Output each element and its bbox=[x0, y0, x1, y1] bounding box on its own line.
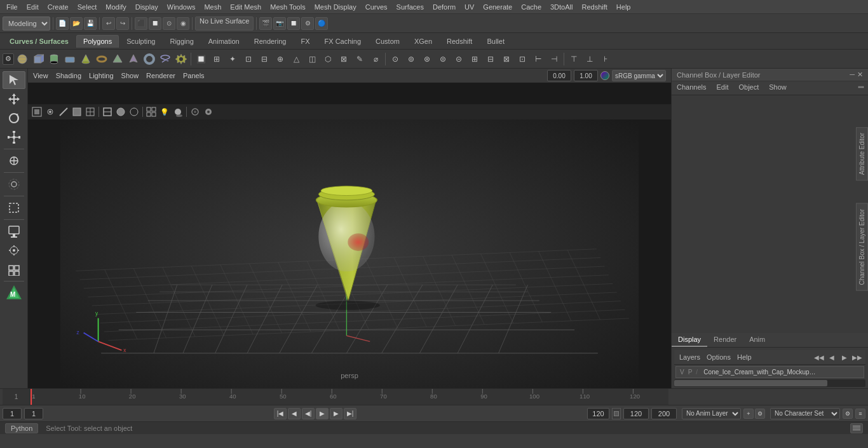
attribute-editor-tab[interactable]: Attribute Editor bbox=[856, 127, 868, 180]
tab-custom[interactable]: Custom bbox=[369, 35, 407, 48]
python-mode-tab[interactable]: Python bbox=[5, 423, 38, 433]
menu-file[interactable]: File bbox=[3, 2, 22, 12]
plane-icon[interactable] bbox=[62, 51, 78, 67]
panel-close-btn[interactable]: ✕ bbox=[857, 71, 863, 79]
tab-rigging[interactable]: Rigging bbox=[163, 35, 200, 48]
select-tool-btn[interactable] bbox=[3, 71, 25, 89]
render-icon[interactable]: 🎬 bbox=[259, 17, 272, 30]
layers-nav-fwd-icon[interactable]: ▶ bbox=[839, 351, 850, 363]
pyramid-icon[interactable] bbox=[126, 51, 141, 67]
goto-start-btn[interactable]: |◀ bbox=[274, 408, 287, 419]
menu-display[interactable]: Display bbox=[132, 2, 162, 12]
vp-select-vertex-icon[interactable] bbox=[44, 105, 57, 118]
menu-uv[interactable]: UV bbox=[461, 2, 478, 12]
panel-resize-icon[interactable] bbox=[857, 83, 865, 93]
render2-icon[interactable]: 📷 bbox=[273, 17, 286, 30]
char-set-settings-icon[interactable]: ⚙ bbox=[843, 409, 853, 419]
menu-curves[interactable]: Curves bbox=[362, 2, 391, 12]
settings-gear-icon[interactable]: ⚙ bbox=[3, 53, 14, 65]
tab-redshift[interactable]: Redshift bbox=[440, 35, 479, 48]
menu-select[interactable]: Select bbox=[74, 2, 101, 12]
mesh-op9-icon[interactable]: ⬡ bbox=[320, 51, 336, 67]
snapping-btn[interactable] bbox=[3, 241, 25, 259]
new-file-icon[interactable]: 📄 bbox=[56, 17, 69, 30]
vp-menu-renderer[interactable]: Renderer bbox=[146, 72, 175, 79]
vp-grid-icon[interactable] bbox=[145, 105, 158, 118]
render5-icon[interactable]: 🔵 bbox=[315, 17, 328, 30]
channel-box-tab[interactable]: Channel Box / Layer Editor bbox=[856, 203, 868, 291]
mesh-op1-icon[interactable]: 🔲 bbox=[193, 51, 208, 67]
menu-mesh-display[interactable]: Mesh Display bbox=[311, 2, 360, 12]
scale-tool-btn[interactable] bbox=[3, 128, 25, 146]
menu-deform[interactable]: Deform bbox=[429, 2, 459, 12]
uv4-icon[interactable]: ⊜ bbox=[435, 51, 451, 67]
mesh-op11-icon[interactable]: ✎ bbox=[352, 51, 367, 67]
menu-mesh[interactable]: Mesh bbox=[200, 2, 225, 12]
mesh-op4-icon[interactable]: ⊡ bbox=[241, 51, 256, 67]
cone-icon[interactable] bbox=[78, 51, 93, 67]
gear-poly-icon[interactable] bbox=[173, 51, 189, 67]
current-frame-input[interactable] bbox=[24, 408, 43, 419]
lasso-icon[interactable]: 🔲 bbox=[149, 17, 161, 30]
mesh-op2-icon[interactable]: ⊞ bbox=[209, 51, 224, 67]
snap3-icon[interactable]: ⊢ bbox=[531, 51, 546, 67]
vp-xray-icon[interactable] bbox=[189, 105, 201, 118]
menu-cache[interactable]: Cache bbox=[517, 2, 545, 12]
soft-select-btn[interactable] bbox=[3, 175, 25, 193]
tab-animation[interactable]: Animation bbox=[201, 35, 247, 48]
mesh-op8-icon[interactable]: ◫ bbox=[304, 51, 320, 67]
step-fwd-btn[interactable]: ▶ bbox=[330, 408, 342, 419]
render-view-icon[interactable]: ⊥ bbox=[582, 51, 597, 67]
vp-display-shaded-icon[interactable] bbox=[114, 105, 127, 118]
undo-icon[interactable]: ↩ bbox=[102, 17, 115, 30]
edit-menu[interactable]: Edit bbox=[714, 83, 731, 93]
tab-sculpting[interactable]: Sculpting bbox=[119, 35, 162, 48]
anim-layer-settings-icon[interactable]: ⚙ bbox=[755, 409, 765, 419]
character-set-dropdown[interactable]: No Character Set bbox=[770, 408, 840, 419]
cube-icon[interactable] bbox=[31, 51, 46, 67]
timeline-ruler[interactable]: 1 10 20 30 40 50 60 70 80 90 100 110 120 bbox=[31, 389, 668, 405]
play-fwd-btn[interactable]: ▶ bbox=[316, 408, 329, 419]
uv3-icon[interactable]: ⊛ bbox=[419, 51, 435, 67]
snap1-icon[interactable]: ⊠ bbox=[499, 51, 514, 67]
prism-icon[interactable] bbox=[110, 51, 125, 67]
resolution-btn[interactable] bbox=[3, 261, 25, 278]
layers-scrollbar-h[interactable] bbox=[674, 379, 865, 387]
layer-visibility[interactable]: V bbox=[680, 369, 684, 376]
marquee-select-btn[interactable] bbox=[3, 199, 25, 217]
redo-icon[interactable]: ↪ bbox=[116, 17, 129, 30]
menu-mesh-tools[interactable]: Mesh Tools bbox=[266, 2, 309, 12]
open-file-icon[interactable]: 📂 bbox=[70, 17, 83, 30]
anim-layer-add-icon[interactable]: + bbox=[743, 409, 754, 419]
layers-menu-btn[interactable]: Layers bbox=[677, 353, 703, 362]
paint-icon[interactable]: ⊙ bbox=[163, 17, 175, 30]
range-end-field[interactable] bbox=[587, 408, 609, 419]
tab-xgen[interactable]: XGen bbox=[407, 35, 439, 48]
menu-surfaces[interactable]: Surfaces bbox=[393, 2, 428, 12]
mode-dropdown[interactable]: Modeling bbox=[3, 17, 50, 31]
mesh-op3-icon[interactable]: ✦ bbox=[225, 51, 240, 67]
vp-menu-show[interactable]: Show bbox=[121, 72, 139, 79]
panel-minimize-btn[interactable]: ─ bbox=[850, 71, 855, 79]
menu-3dtoall[interactable]: 3DtoAll bbox=[546, 2, 576, 12]
vp-shadow-icon[interactable] bbox=[172, 105, 184, 118]
helix-icon[interactable] bbox=[158, 51, 173, 67]
mesh-op10-icon[interactable]: ⊠ bbox=[336, 51, 351, 67]
layer-row[interactable]: V P / Cone_Ice_Cream_with_Cap_Mockup_Pi bbox=[675, 366, 864, 378]
uv1-icon[interactable]: ⊙ bbox=[388, 51, 403, 67]
vp-select-face-icon[interactable] bbox=[71, 105, 83, 118]
tab-polygons[interactable]: Polygons bbox=[76, 35, 119, 48]
exposure-value-field[interactable]: 1.00 bbox=[574, 70, 598, 81]
layers-scrollbar-thumb[interactable] bbox=[674, 380, 827, 386]
goto-end-btn[interactable]: ▶| bbox=[344, 408, 356, 419]
mesh-op12-icon[interactable]: ⌀ bbox=[368, 51, 383, 67]
layers-help-btn[interactable]: Help bbox=[735, 353, 754, 362]
render3-icon[interactable]: 🔲 bbox=[287, 17, 300, 30]
snap2-icon[interactable]: ⊡ bbox=[515, 51, 530, 67]
tab-render[interactable]: Render bbox=[707, 333, 743, 347]
color-space-select[interactable]: sRGB gamma bbox=[612, 70, 666, 81]
torus-icon[interactable] bbox=[94, 51, 109, 67]
play-back-btn[interactable]: ◀| bbox=[302, 408, 315, 419]
vp-menu-panels[interactable]: Panels bbox=[183, 72, 205, 79]
channels-menu[interactable]: Channels bbox=[674, 83, 709, 93]
